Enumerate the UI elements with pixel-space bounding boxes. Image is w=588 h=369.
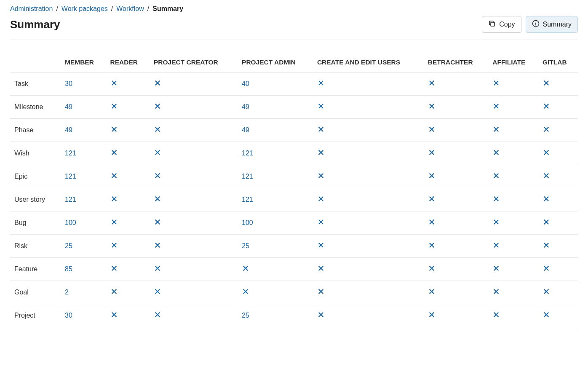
table-cell xyxy=(150,304,238,327)
workflow-summary-table: MEMBERREADERPROJECT CREATORPROJECT ADMIN… xyxy=(10,53,578,327)
table-cell xyxy=(313,258,424,281)
x-icon xyxy=(428,195,436,203)
workflow-count-link[interactable]: 121 xyxy=(65,173,76,180)
table-header-cell: CREATE AND EDIT USERS xyxy=(313,53,424,72)
table-cell xyxy=(538,211,578,235)
x-icon xyxy=(317,172,325,179)
workflow-count-link[interactable]: 85 xyxy=(65,265,72,273)
table-row: Project3025 xyxy=(10,304,578,327)
x-icon xyxy=(110,265,118,272)
workflow-count-link[interactable]: 121 xyxy=(242,150,253,157)
workflow-count-link[interactable]: 121 xyxy=(65,150,76,157)
x-icon xyxy=(317,79,325,87)
table-cell: 49 xyxy=(238,96,313,119)
x-icon xyxy=(543,311,550,318)
breadcrumb-link-administration[interactable]: Administration xyxy=(10,5,53,13)
table-header-cell: AFFILIATE xyxy=(488,53,538,72)
table-cell: 121 xyxy=(238,188,313,211)
workflow-count-link[interactable]: 40 xyxy=(242,80,249,87)
summary-button[interactable]: Summary xyxy=(526,16,578,33)
table-cell xyxy=(106,281,150,304)
table-cell xyxy=(488,142,538,165)
table-cell xyxy=(238,258,313,281)
row-label: Bug xyxy=(10,211,61,235)
workflow-count-link[interactable]: 49 xyxy=(65,126,72,134)
workflow-count-link[interactable]: 121 xyxy=(242,173,253,180)
table-cell xyxy=(424,165,488,188)
workflow-count-link[interactable]: 30 xyxy=(65,312,72,319)
divider xyxy=(10,40,578,40)
table-cell: 49 xyxy=(238,119,313,142)
x-icon xyxy=(317,265,325,272)
table-cell xyxy=(424,281,488,304)
table-header-cell: PROJECT ADMIN xyxy=(238,53,313,72)
workflow-count-link[interactable]: 25 xyxy=(242,242,249,249)
workflow-count-link[interactable]: 25 xyxy=(242,312,249,319)
workflow-count-link[interactable]: 30 xyxy=(65,80,72,87)
table-cell: 40 xyxy=(238,72,313,96)
x-icon xyxy=(242,265,249,272)
x-icon xyxy=(428,126,436,133)
table-cell xyxy=(424,96,488,119)
page-title: Summary xyxy=(10,18,60,31)
workflow-count-link[interactable]: 25 xyxy=(65,242,72,249)
x-icon xyxy=(492,265,500,272)
x-icon xyxy=(428,79,436,87)
x-icon xyxy=(110,195,118,203)
workflow-count-link[interactable]: 2 xyxy=(65,289,69,296)
x-icon xyxy=(492,218,500,226)
table-cell xyxy=(538,142,578,165)
table-cell xyxy=(313,72,424,96)
table-cell: 25 xyxy=(238,235,313,258)
breadcrumb-link-workflow[interactable]: Workflow xyxy=(116,5,144,13)
svg-point-3 xyxy=(535,22,536,23)
table-cell xyxy=(106,142,150,165)
table-cell xyxy=(238,281,313,304)
table-cell xyxy=(488,72,538,96)
workflow-count-link[interactable]: 100 xyxy=(242,219,253,226)
workflow-count-link[interactable]: 121 xyxy=(242,196,253,203)
workflow-count-link[interactable]: 49 xyxy=(65,103,72,110)
table-row: Feature85 xyxy=(10,258,578,281)
table-cell: 121 xyxy=(61,165,106,188)
workflow-count-link[interactable]: 49 xyxy=(242,103,249,110)
table-cell: 85 xyxy=(61,258,106,281)
x-icon xyxy=(154,172,161,179)
table-header-cell: MEMBER xyxy=(61,53,106,72)
table-cell xyxy=(313,96,424,119)
breadcrumb-link-work-packages[interactable]: Work packages xyxy=(61,5,108,13)
x-icon xyxy=(154,288,161,295)
table-cell xyxy=(106,96,150,119)
table-cell xyxy=(424,304,488,327)
x-icon xyxy=(317,288,325,295)
x-icon xyxy=(543,241,550,249)
workflow-count-link[interactable]: 121 xyxy=(65,196,76,203)
workflow-count-link[interactable]: 100 xyxy=(65,219,76,226)
x-icon xyxy=(428,265,436,272)
table-row: Milestone4949 xyxy=(10,96,578,119)
table-cell xyxy=(538,188,578,211)
table-cell xyxy=(150,211,238,235)
table-cell xyxy=(538,281,578,304)
workflow-count-link[interactable]: 49 xyxy=(242,126,249,134)
breadcrumb-separator: / xyxy=(111,5,113,13)
x-icon xyxy=(428,149,436,156)
x-icon xyxy=(317,218,325,226)
x-icon xyxy=(110,79,118,87)
table-cell xyxy=(106,304,150,327)
copy-button[interactable]: Copy xyxy=(482,16,521,33)
x-icon xyxy=(317,241,325,249)
x-icon xyxy=(317,126,325,133)
table-cell xyxy=(538,304,578,327)
x-icon xyxy=(492,79,500,87)
table-cell xyxy=(106,165,150,188)
row-label: User story xyxy=(10,188,61,211)
table-cell xyxy=(150,258,238,281)
table-cell xyxy=(313,142,424,165)
table-cell: 121 xyxy=(61,188,106,211)
x-icon xyxy=(154,102,161,110)
table-row: Bug100100 xyxy=(10,211,578,235)
table-cell xyxy=(424,211,488,235)
x-icon xyxy=(110,241,118,249)
copy-button-label: Copy xyxy=(499,21,515,28)
